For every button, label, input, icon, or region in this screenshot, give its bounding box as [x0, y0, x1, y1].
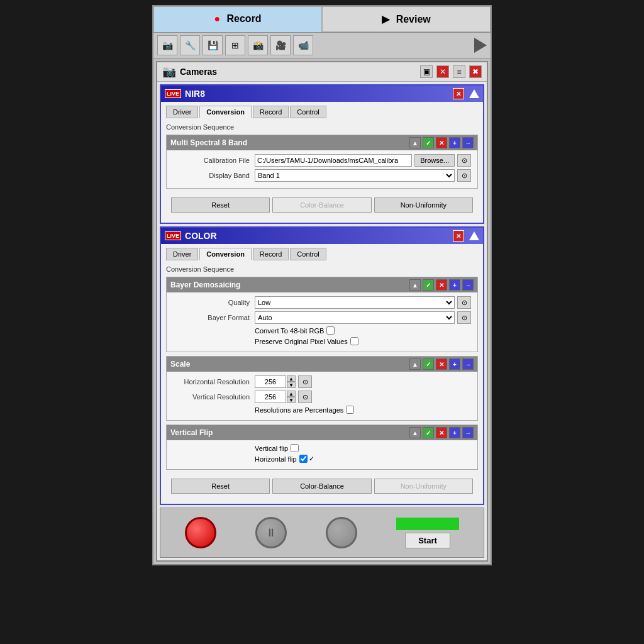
close-icon-btn[interactable]: ✕: [436, 65, 449, 78]
vflip-check-icon[interactable]: ✓: [423, 427, 434, 438]
scale-hres-copy-icon[interactable]: ⊙: [298, 375, 312, 388]
scale-up-icon[interactable]: ▲: [409, 358, 421, 370]
scale-vres-copy-icon[interactable]: ⊙: [298, 391, 312, 403]
bayer-format-copy-icon[interactable]: ⊙: [457, 311, 471, 324]
record-dot: ●: [214, 13, 220, 24]
pause-button[interactable]: ⏸: [255, 517, 287, 548]
menu-icon-btn[interactable]: ≡: [453, 65, 465, 78]
color-close-icon[interactable]: ✕: [453, 230, 464, 242]
bayer-check-icon[interactable]: ✓: [423, 279, 434, 291]
bayer-convert-checkbox[interactable]: [326, 326, 335, 335]
monitor-icon-btn[interactable]: ▣: [420, 65, 433, 78]
nir8-reset-btn[interactable]: Reset: [171, 197, 270, 213]
scale-plus-icon[interactable]: +: [449, 358, 460, 370]
vflip-hflip-checkbox[interactable]: [299, 455, 308, 463]
toolbar-btn-camera[interactable]: 📷: [157, 35, 177, 55]
nir8-conv-check-icon[interactable]: ✓: [423, 137, 434, 148]
nir8-header: LIVE NIR8 ✕: [161, 86, 483, 102]
scale-hres-spinner: ▲ ▼: [255, 375, 296, 388]
vflip-hflip-check-indicator: ✓: [309, 455, 314, 463]
toolbar-btn-save[interactable]: 💾: [203, 35, 223, 55]
tab-review[interactable]: ▶ Review: [322, 6, 491, 32]
nir8-non-uniformity-btn[interactable]: Non-Uniformity: [374, 197, 473, 213]
nir8-tab-conversion[interactable]: Conversion: [199, 106, 252, 118]
bayer-up-icon[interactable]: ▲: [409, 279, 421, 291]
bayer-conv-header: Bayer Demosaicing ▲ ✓ ✕ + →: [167, 277, 477, 292]
scale-x-icon[interactable]: ✕: [436, 358, 447, 370]
toolbar-btn-camera3[interactable]: 🎥: [270, 35, 291, 55]
nir8-collapse-icon[interactable]: [469, 89, 479, 98]
scale-check-icon[interactable]: ✓: [423, 358, 434, 370]
vflip-plus-icon[interactable]: +: [449, 427, 460, 438]
color-tab-conversion[interactable]: Conversion: [199, 248, 252, 260]
toolbar-btn-settings[interactable]: 🔧: [180, 35, 200, 55]
nir8-bottom-buttons: Reset Color-Balance Non-Uniformity: [166, 192, 478, 218]
bayer-preserve-checkbox[interactable]: [350, 337, 358, 345]
nir8-tab-driver[interactable]: Driver: [166, 106, 198, 118]
scale-conv-icons: ▲ ✓ ✕ + →: [409, 358, 474, 370]
scale-vres-down-btn[interactable]: ▼: [287, 397, 296, 403]
footer-area: ⏸ Start: [160, 508, 484, 558]
bayer-arrow-icon[interactable]: →: [462, 279, 474, 291]
vflip-conv-body: Vertical flip Horizontal flip ✓: [167, 440, 477, 469]
nir8-conv-x-icon[interactable]: ✕: [436, 137, 447, 148]
nir8-tab-record[interactable]: Record: [253, 106, 289, 118]
nir8-conv-plus-icon[interactable]: +: [449, 137, 460, 148]
bayer-format-row: Bayer Format Auto ⊙: [173, 311, 471, 324]
scale-hres-down-btn[interactable]: ▼: [287, 382, 296, 388]
vflip-vflip-checkbox[interactable]: [291, 444, 299, 452]
scale-conv-body: Horizontal Resolution ▲ ▼ ⊙ V: [167, 372, 477, 420]
nir8-browse-btn[interactable]: Browse...: [414, 154, 455, 167]
bayer-quality-copy-icon[interactable]: ⊙: [457, 296, 471, 309]
bayer-conv-body: Quality Low ⊙ Bayer Format Auto ⊙: [167, 292, 477, 352]
nir8-tab-control[interactable]: Control: [290, 106, 326, 118]
nir8-conv-arrow-icon[interactable]: →: [462, 137, 474, 148]
x-icon-btn[interactable]: ✖: [469, 65, 482, 78]
color-tab-driver[interactable]: Driver: [166, 248, 198, 260]
vflip-up-icon[interactable]: ▲: [409, 427, 421, 438]
toolbar-btn-camera2[interactable]: 📸: [248, 35, 268, 55]
color-tab-control[interactable]: Control: [290, 248, 326, 260]
color-reset-btn[interactable]: Reset: [171, 479, 270, 494]
scale-vres-row: Vertical Resolution ▲ ▼ ⊙: [173, 391, 471, 403]
cameras-icons: ▣ ✕ ≡ ✖: [420, 65, 482, 78]
nir8-conv-header: Multi Spectral 8 Band ▲ ✓ ✕ + →: [167, 135, 477, 150]
nir8-conv-up-icon[interactable]: ▲: [409, 137, 421, 148]
tab-bar: ● Record ▶ Review: [153, 6, 491, 33]
bayer-convert-row: Convert To 48-bit RGB: [173, 326, 471, 335]
bayer-x-icon[interactable]: ✕: [436, 279, 447, 291]
color-inner-content: Conversion Sequence Bayer Demosaicing ▲ …: [161, 260, 483, 504]
stop-button[interactable]: [326, 517, 357, 548]
toolbar-btn-camera4[interactable]: 📹: [293, 35, 313, 55]
toolbar-btn-grid[interactable]: ⊞: [225, 35, 245, 55]
record-button[interactable]: [185, 517, 216, 548]
nir8-calibration-input[interactable]: [255, 154, 412, 167]
color-non-uniformity-btn[interactable]: Non-Uniformity: [374, 479, 473, 494]
scale-hres-spinner-btns: ▲ ▼: [287, 375, 296, 388]
scale-pct-checkbox[interactable]: [346, 406, 354, 414]
bayer-quality-select[interactable]: Low: [255, 296, 455, 309]
nir8-color-balance-btn[interactable]: Color-Balance: [272, 197, 371, 213]
nir8-close-icon[interactable]: ✕: [453, 88, 464, 99]
scale-hres-up-btn[interactable]: ▲: [287, 375, 296, 382]
color-collapse-icon[interactable]: [469, 231, 479, 240]
cameras-panel: 📷 Cameras ▣ ✕ ≡ ✖ LIVE NIR8 ✕ Driver: [156, 61, 488, 562]
scale-arrow-icon[interactable]: →: [462, 358, 474, 370]
scale-vres-up-btn[interactable]: ▲: [287, 391, 296, 397]
nir8-live-badge: LIVE: [165, 89, 181, 98]
vflip-arrow-icon[interactable]: →: [462, 427, 474, 438]
collapse-arrow-icon[interactable]: [474, 38, 487, 53]
nir8-display-band-select[interactable]: Band 1: [255, 169, 455, 182]
bayer-plus-icon[interactable]: +: [449, 279, 460, 291]
scale-hres-input[interactable]: [255, 375, 286, 388]
nir8-band-copy-icon[interactable]: ⊙: [457, 169, 471, 182]
scale-pct-row: Resolutions are Percentages: [173, 406, 471, 414]
color-tab-record[interactable]: Record: [253, 248, 289, 260]
vflip-x-icon[interactable]: ✕: [436, 427, 447, 438]
bayer-format-select[interactable]: Auto: [255, 311, 455, 324]
scale-vres-input[interactable]: [255, 391, 286, 403]
nir8-copy-icon[interactable]: ⊙: [457, 154, 471, 167]
start-btn[interactable]: Start: [405, 533, 450, 548]
color-color-balance-btn[interactable]: Color-Balance: [272, 479, 371, 494]
tab-record[interactable]: ● Record: [153, 6, 322, 32]
